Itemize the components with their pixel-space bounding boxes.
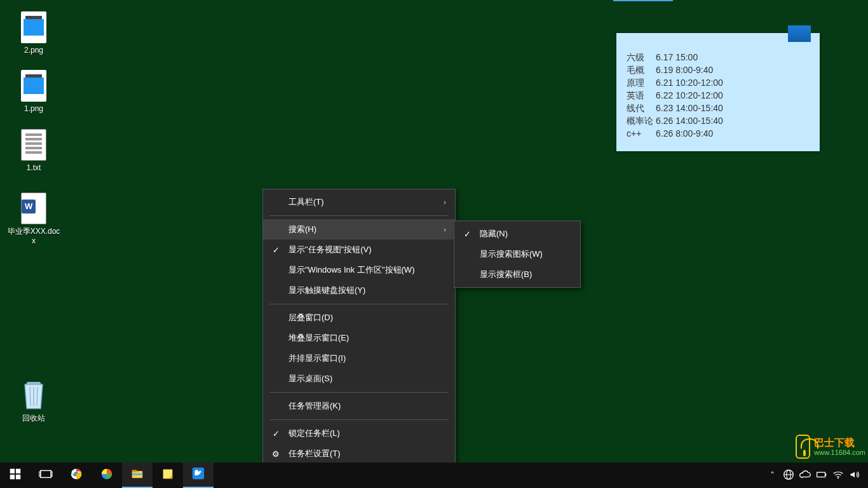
svg-point-23 (837, 477, 839, 478)
taskbar-context-menu-item[interactable]: 显示触摸键盘按钮(Y) (263, 280, 455, 301)
sticky-row: 原理6.21 10:20-12:00 (627, 78, 810, 89)
sticky-note-tab-icon (788, 25, 811, 42)
taskbar-sticky-button[interactable] (153, 463, 183, 488)
brand-watermark: 巴士下载 www.11684.com (796, 433, 865, 460)
explorer-icon (130, 466, 144, 483)
sticky-row: 英语6.22 10:20-12:00 (627, 90, 810, 102)
sticky-note-grip[interactable] (616, 33, 820, 42)
taskbar-chrome-button[interactable] (61, 463, 92, 488)
docx-file-icon (21, 193, 46, 224)
colorwheel-icon (100, 467, 114, 484)
menu-separator (269, 419, 449, 420)
taskbar-context-menu-item[interactable]: 显示"Windows Ink 工作区"按钮(W) (263, 260, 455, 280)
search-submenu-item-label: 隐藏(N) (480, 228, 508, 240)
desktop-icon-label: 毕业季XXX.docx (6, 227, 61, 246)
sticky-row-key: 概率论 (627, 116, 656, 127)
taskbar-context-menu-item-label: 任务管理器(K) (288, 400, 341, 412)
taskbar-context-menu-item-label: 工具栏(T) (288, 196, 324, 208)
onedrive-icon (798, 468, 812, 484)
desktop-icon-docx[interactable]: 毕业季XXX.docx (6, 193, 61, 246)
bin-file-icon (18, 378, 49, 411)
wifi-icon (831, 468, 845, 484)
tray-wifi-button[interactable] (830, 463, 846, 488)
gear-icon: ⚙ (271, 449, 281, 459)
sticky-row-value: 6.17 15:00 (656, 52, 810, 64)
menu-separator (269, 392, 449, 393)
sticky-row-value: 6.22 10:20-12:00 (656, 90, 810, 102)
check-icon: ✓ (462, 229, 472, 239)
taskbar-context-menu-item[interactable]: 工具栏(T)› (263, 192, 455, 212)
sticky-row: 毛概6.19 8:00-9:40 (627, 65, 810, 76)
taskbar-context-menu-item-label: 堆叠显示窗口(E) (288, 332, 349, 344)
chrome-icon (69, 467, 83, 484)
desktop: 2.png1.png1.txt毕业季XXX.docx回收站 六级6.17 15:… (0, 0, 868, 488)
sticky-row-value: 6.21 10:20-12:00 (656, 78, 810, 89)
desktop-icon-png[interactable]: 2.png (6, 11, 61, 55)
taskbar-context-menu-item[interactable]: 层叠窗口(D) (263, 308, 455, 328)
sticky-row-value: 6.26 8:00-9:40 (656, 128, 810, 139)
sticky-row-key: 原理 (627, 78, 656, 89)
tray-volume-button[interactable] (846, 463, 863, 488)
sticky-row-key: 英语 (627, 90, 656, 102)
sticky-row-value: 6.23 14:00-15:40 (656, 103, 810, 114)
taskview-icon (39, 467, 53, 484)
svg-rect-14 (132, 470, 137, 473)
desktop-icon-txt[interactable]: 1.txt (6, 129, 61, 173)
taskbar-colorwheel-button[interactable] (92, 463, 122, 488)
tray-globe-button[interactable] (780, 463, 797, 488)
taskbar-context-menu-item[interactable]: ✓锁定任务栏(L) (263, 423, 455, 444)
check-icon: ✓ (271, 429, 281, 438)
desktop-icon-png[interactable]: 1.png (6, 70, 61, 114)
taskbar-context-menu-item[interactable]: 堆叠显示窗口(E) (263, 328, 455, 348)
taskbar-context-menu-item-label: 并排显示窗口(I) (288, 353, 346, 364)
battery-icon (815, 468, 829, 484)
taskbar-explorer-button[interactable] (122, 463, 153, 488)
taskbar-context-menu-item-label: 任务栏设置(T) (288, 448, 341, 459)
svg-rect-21 (817, 472, 825, 477)
taskbar-context-menu-item-label: 显示"任务视图"按钮(V) (288, 244, 372, 255)
tray-onedrive-button[interactable] (797, 463, 813, 488)
sticky-row-value: 6.19 8:00-9:40 (656, 65, 810, 76)
tray-chevron-button[interactable]: ˄ (764, 463, 780, 488)
search-submenu-item-label: 显示搜索图标(W) (480, 248, 543, 260)
sticky-note-body: 六级6.17 15:00毛概6.19 8:00-9:40原理6.21 10:20… (616, 42, 820, 151)
svg-rect-9 (51, 471, 52, 476)
taskbar-context-menu-item[interactable]: 并排显示窗口(I) (263, 348, 455, 369)
taskbar-bluebird-button[interactable] (183, 463, 214, 488)
sticky-row: c++6.26 8:00-9:40 (627, 128, 810, 139)
search-submenu-item[interactable]: 显示搜索图标(W) (454, 244, 580, 264)
globe-icon (782, 468, 796, 484)
taskbar-context-menu-item-label: 层叠窗口(D) (288, 312, 333, 323)
sticky-icon (161, 467, 175, 484)
taskbar-context-menu-item[interactable]: ✓显示"任务视图"按钮(V) (263, 240, 455, 260)
taskbar-context-menu-item[interactable]: 搜索(H)› (263, 219, 455, 240)
sticky-row-key: c++ (627, 128, 656, 139)
svg-rect-3 (10, 469, 15, 473)
sticky-row-key: 六级 (627, 52, 656, 64)
sticky-row-value: 6.26 14:00-15:40 (656, 116, 810, 127)
taskbar-taskview-button[interactable] (31, 463, 61, 488)
bluebird-icon (191, 466, 205, 483)
svg-rect-8 (39, 471, 41, 476)
taskbar-start-button[interactable] (0, 463, 31, 488)
taskbar-context-menu-item[interactable]: 任务管理器(K) (263, 396, 455, 416)
chevron-icon: ˄ (770, 470, 775, 480)
brand-icon (796, 435, 810, 459)
top-accent-line (613, 0, 673, 1)
sticky-note[interactable]: 六级6.17 15:00毛概6.19 8:00-9:40原理6.21 10:20… (616, 33, 820, 151)
desktop-icon-bin[interactable]: 回收站 (6, 378, 61, 423)
menu-separator (269, 304, 449, 304)
tray-battery-button[interactable] (813, 463, 830, 488)
check-icon: ✓ (271, 245, 281, 255)
svg-rect-6 (16, 475, 20, 479)
search-submenu-item[interactable]: 显示搜索框(B) (454, 264, 580, 285)
sticky-row: 概率论6.26 14:00-15:40 (627, 116, 810, 127)
taskbar-context-menu-item[interactable]: ⚙任务栏设置(T) (263, 444, 455, 464)
taskbar: ˄ (0, 463, 868, 488)
search-submenu-item[interactable]: ✓隐藏(N) (454, 224, 580, 244)
svg-rect-7 (41, 471, 51, 478)
taskbar-context-menu-item[interactable]: 显示桌面(S) (263, 369, 455, 389)
svg-rect-15 (132, 473, 143, 475)
sticky-row-key: 毛概 (627, 65, 656, 76)
search-submenu: ✓隐藏(N)显示搜索图标(W)显示搜索框(B) (454, 220, 581, 288)
